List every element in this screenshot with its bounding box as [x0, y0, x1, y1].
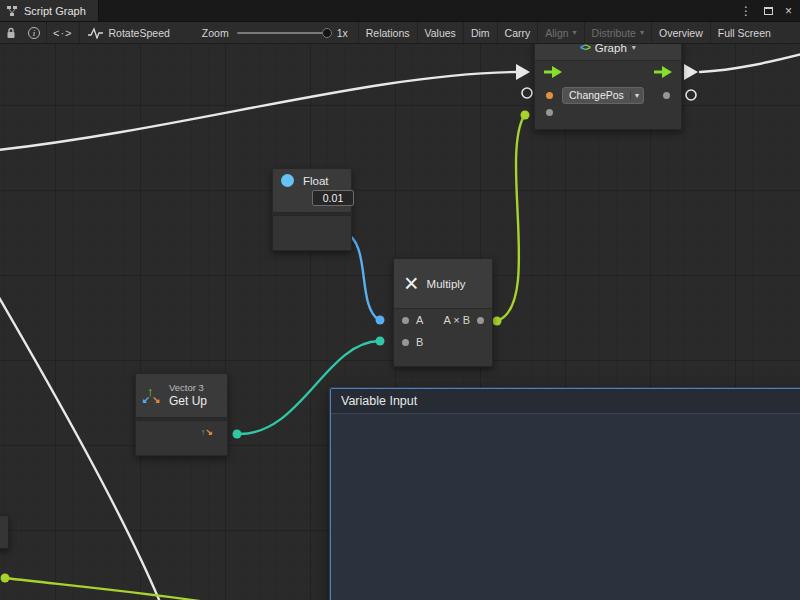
graph-extra-row: [535, 107, 681, 129]
group-body: [331, 414, 800, 600]
float-value-field[interactable]: 0.01: [312, 190, 354, 206]
wire-multiply-to-graph[interactable]: [497, 116, 524, 321]
lock-glyph: [6, 27, 16, 39]
multiply-input-b-port[interactable]: [402, 339, 409, 346]
wire-value-bottom-left[interactable]: [5, 578, 206, 600]
graph-node-title: Graph: [595, 44, 627, 54]
multiply-output-label: A × B: [443, 314, 470, 326]
vector3-port-strip: ↑↘: [135, 420, 228, 456]
wire-flow-out[interactable]: [700, 54, 800, 72]
graph-input-endpoint[interactable]: [521, 111, 530, 120]
multiply-b-endpoint[interactable]: [376, 337, 385, 346]
multiply-output-endpoint[interactable]: [493, 317, 502, 326]
offscreen-node-stub[interactable]: [0, 515, 9, 549]
values-button[interactable]: Values: [418, 22, 463, 43]
graph-flow-row: [535, 61, 681, 83]
distribute-caret-icon: ▾: [640, 28, 644, 37]
vector3-down-left-arrow-icon: ↙: [142, 394, 150, 405]
values-label: Values: [425, 27, 456, 39]
vector3-output-type-icon: ↑↘: [201, 428, 213, 437]
tab-title: Script Graph: [24, 5, 86, 17]
full-screen-label: Full Screen: [718, 27, 771, 39]
close-icon[interactable]: ×: [785, 5, 792, 17]
variable-dropdown[interactable]: ChangePos ▾: [562, 87, 644, 104]
wire-flow-in[interactable]: [0, 72, 516, 150]
align-caret-icon: ▾: [573, 28, 577, 37]
zoom-slider-thumb[interactable]: [322, 28, 332, 38]
multiply-input-a-port[interactable]: [402, 317, 409, 324]
code-view-icon[interactable]: <·>: [47, 22, 79, 43]
graph-canvas[interactable]: Variable Input: [0, 44, 800, 600]
overview-button[interactable]: Overview: [652, 22, 710, 43]
zoom-label: Zoom: [202, 27, 229, 39]
vector3-type-label: Vector 3: [169, 382, 207, 394]
float-type-icon: [281, 174, 294, 187]
carry-button[interactable]: Carry: [498, 22, 538, 43]
pulse-icon: [88, 27, 103, 39]
carry-label: Carry: [505, 27, 531, 39]
graph-name-label: RotateSpeed: [109, 27, 170, 39]
variable-input-group[interactable]: Variable Input: [330, 388, 800, 600]
offscreen-output-endpoint[interactable]: [1, 574, 10, 583]
variable-name-label: ChangePos: [569, 89, 624, 101]
graph-toolbar: i <·> RotateSpeed Zoom 1x Relations Valu…: [0, 22, 800, 44]
flow-arrow-in-port[interactable]: [516, 64, 530, 80]
titlebar-controls: ⋮ ×: [740, 0, 800, 21]
info-icon[interactable]: i: [22, 22, 46, 43]
more-menu-icon[interactable]: ⋮: [740, 5, 752, 17]
vector3-icon: ↑ ↙ ↘: [143, 386, 161, 406]
lock-icon[interactable]: [0, 22, 22, 43]
dropdown-caret-icon: ▾: [630, 91, 643, 100]
zoom-value: 1x: [337, 27, 348, 39]
multiply-input-a-label: A: [416, 314, 423, 326]
distribute-button[interactable]: Distribute ▾: [585, 22, 651, 43]
tab-script-graph[interactable]: Script Graph: [0, 0, 99, 21]
dim-button[interactable]: Dim: [464, 22, 497, 43]
multiply-node-title: Multiply: [427, 278, 466, 290]
vector3-get-up-node[interactable]: ↑ ↙ ↘ Vector 3 Get Up ↑↘: [135, 373, 228, 456]
align-label: Align: [545, 27, 568, 39]
script-graph-icon: [6, 5, 18, 17]
variable-input-port[interactable]: [546, 92, 553, 99]
multiply-node-header[interactable]: × Multiply: [394, 259, 492, 309]
vector3-node-header[interactable]: ↑ ↙ ↘ Vector 3 Get Up: [135, 373, 228, 418]
multiply-node[interactable]: × Multiply A A × B B: [393, 258, 493, 367]
multiply-output-port[interactable]: [477, 317, 484, 324]
info-glyph: i: [28, 27, 40, 39]
getup-output-endpoint[interactable]: [233, 430, 242, 439]
float-port-strip: [272, 215, 352, 251]
align-button[interactable]: Align ▾: [538, 22, 583, 43]
unity-script-graph-window: Script Graph ⋮ × i <·> RotateSpeed Zoom: [0, 0, 800, 600]
visual-scripting-icon: <>: [580, 44, 590, 53]
zoom-slider[interactable]: [237, 32, 329, 34]
float-node[interactable]: Float 0.01: [272, 168, 352, 251]
multiply-a-endpoint[interactable]: [376, 316, 385, 325]
full-screen-button[interactable]: Full Screen: [711, 22, 778, 43]
get-up-label: Get Up: [169, 394, 207, 409]
relations-label: Relations: [366, 27, 410, 39]
group-header[interactable]: Variable Input: [331, 389, 800, 414]
multiply-node-body: A A × B B: [394, 309, 492, 366]
unconnected-port-left[interactable]: [522, 88, 532, 98]
group-title: Variable Input: [341, 394, 417, 408]
flow-in-port[interactable]: [544, 66, 562, 78]
float-node-header[interactable]: Float 0.01: [272, 168, 352, 213]
graph-node-header[interactable]: <> Graph ▾: [535, 44, 681, 61]
graph-value-output-port[interactable]: [663, 92, 670, 99]
graph-value-input-port[interactable]: [546, 109, 553, 116]
unconnected-port-right[interactable]: [686, 90, 696, 100]
overview-label: Overview: [659, 27, 703, 39]
maximize-icon[interactable]: [764, 5, 773, 17]
flow-arrow-out-port[interactable]: [684, 64, 698, 80]
graph-reference-breadcrumb[interactable]: RotateSpeed: [80, 22, 180, 43]
zoom-control: Zoom 1x: [202, 27, 348, 39]
multiply-input-b-label: B: [416, 336, 423, 348]
maximize-glyph: [764, 7, 773, 15]
mini-down-right-arrow-icon: ↘: [205, 427, 213, 437]
flow-out-port[interactable]: [654, 66, 672, 78]
relations-button[interactable]: Relations: [359, 22, 417, 43]
vector3-down-right-arrow-icon: ↘: [152, 394, 160, 405]
graph-header-caret-icon[interactable]: ▾: [632, 44, 636, 52]
distribute-label: Distribute: [592, 27, 636, 39]
graph-unit-node[interactable]: <> Graph ▾ ChangePos ▾: [534, 44, 682, 130]
